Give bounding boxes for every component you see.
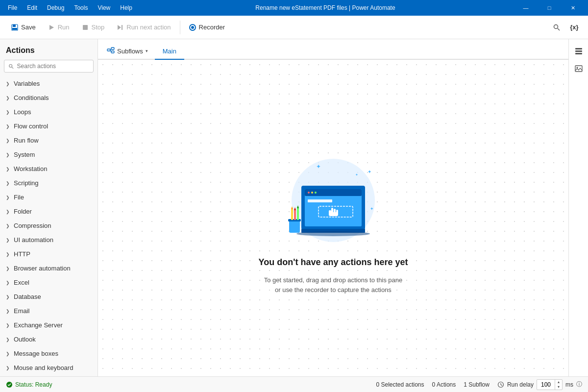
chevron-down-icon: ▾ bbox=[146, 49, 148, 53]
run-button[interactable]: Run bbox=[43, 21, 74, 34]
info-icon[interactable]: ⓘ bbox=[576, 380, 582, 389]
svg-line-53 bbox=[501, 385, 502, 386]
status-ready: Status: Ready bbox=[6, 381, 52, 388]
search-icon bbox=[8, 63, 14, 70]
svg-point-27 bbox=[315, 192, 317, 194]
menu-bar: File Edit Debug Tools View Help bbox=[4, 2, 136, 13]
action-item-mouse-keyboard[interactable]: ❯ Mouse and keyboard bbox=[0, 361, 98, 375]
toolbar-separator bbox=[180, 21, 180, 34]
close-button[interactable]: ✕ bbox=[562, 0, 584, 16]
svg-point-26 bbox=[311, 192, 313, 194]
svg-rect-12 bbox=[111, 48, 114, 49]
content-area: Subflows ▾ Main ✦ ✦ ✦ ✦ ✦ bbox=[98, 39, 568, 376]
run-delay-decrement[interactable]: ▾ bbox=[555, 385, 562, 390]
right-sidebar bbox=[568, 39, 588, 376]
run-delay-input-container: ▴ ▾ bbox=[537, 379, 563, 390]
canvas[interactable]: ✦ ✦ ✦ ✦ ✦ bbox=[98, 60, 568, 376]
action-item-http[interactable]: ❯ HTTP bbox=[0, 247, 98, 261]
actions-count: 0 Actions bbox=[432, 381, 456, 388]
chevron-right-icon: ❯ bbox=[6, 96, 10, 100]
tabs-bar: Subflows ▾ Main bbox=[98, 39, 568, 60]
action-item-run-flow[interactable]: ❯ Run flow bbox=[0, 133, 98, 147]
maximize-button[interactable]: □ bbox=[538, 0, 561, 16]
menu-debug[interactable]: Debug bbox=[43, 2, 68, 13]
svg-rect-6 bbox=[122, 25, 122, 30]
variables-button[interactable]: {x} bbox=[566, 20, 582, 35]
run-next-button[interactable]: Run next action bbox=[111, 21, 175, 34]
subflows-icon bbox=[107, 47, 115, 55]
svg-point-25 bbox=[308, 192, 310, 194]
action-item-workstation[interactable]: ❯ Workstation bbox=[0, 162, 98, 176]
minimize-button[interactable]: — bbox=[514, 0, 537, 16]
save-icon bbox=[11, 24, 19, 31]
action-item-message-boxes[interactable]: ❯ Message boxes bbox=[0, 346, 98, 361]
actions-list: ❯ Variables ❯ Conditionals ❯ Loops ❯ Flo… bbox=[0, 76, 98, 376]
svg-rect-1 bbox=[13, 24, 16, 27]
empty-state: ✦ ✦ ✦ ✦ ✦ bbox=[258, 142, 408, 294]
svg-text:✦: ✦ bbox=[316, 163, 321, 170]
run-icon bbox=[48, 24, 55, 31]
action-item-outlook[interactable]: ❯ Outlook bbox=[0, 332, 98, 346]
tab-main[interactable]: Main bbox=[155, 44, 184, 60]
menu-tools[interactable]: Tools bbox=[70, 2, 92, 13]
svg-rect-39 bbox=[291, 209, 293, 220]
action-item-excel[interactable]: ❯ Excel bbox=[0, 275, 98, 290]
save-button[interactable]: Save bbox=[6, 21, 41, 34]
chevron-right-icon: ❯ bbox=[6, 351, 10, 356]
svg-marker-5 bbox=[118, 25, 121, 30]
action-item-database[interactable]: ❯ Database bbox=[0, 290, 98, 304]
chevron-right-icon: ❯ bbox=[6, 294, 10, 299]
action-item-scripting[interactable]: ❯ Scripting bbox=[0, 176, 98, 190]
svg-line-8 bbox=[558, 28, 560, 30]
svg-rect-4 bbox=[83, 25, 88, 30]
subflows-button[interactable]: Subflows ▾ bbox=[102, 43, 153, 59]
run-delay-increment[interactable]: ▴ bbox=[555, 380, 562, 385]
selected-actions-count: 0 Selected actions bbox=[376, 381, 424, 388]
action-item-conditionals[interactable]: ❯ Conditionals bbox=[0, 91, 98, 105]
run-delay-spinners: ▴ ▾ bbox=[555, 380, 562, 390]
run-delay-value[interactable] bbox=[537, 380, 555, 389]
image-button[interactable] bbox=[571, 61, 587, 76]
layers-icon bbox=[574, 47, 583, 55]
action-item-system[interactable]: ❯ System bbox=[0, 147, 98, 162]
search-toolbar-button[interactable] bbox=[549, 20, 564, 35]
run-delay-section: Run delay ▴ ▾ ms ⓘ bbox=[497, 379, 582, 390]
menu-help[interactable]: Help bbox=[116, 2, 136, 13]
layers-button[interactable] bbox=[571, 43, 587, 59]
action-item-file[interactable]: ❯ File bbox=[0, 190, 98, 204]
recorder-button[interactable]: Recorder bbox=[184, 21, 230, 33]
action-item-folder[interactable]: ❯ Folder bbox=[0, 204, 98, 219]
action-item-flow-control[interactable]: ❯ Flow control bbox=[0, 119, 98, 133]
action-item-compression[interactable]: ❯ Compression bbox=[0, 219, 98, 233]
chevron-right-icon: ❯ bbox=[6, 337, 10, 342]
subflow-count: 1 Subflow bbox=[464, 381, 490, 388]
menu-file[interactable]: File bbox=[4, 2, 21, 13]
svg-point-36 bbox=[296, 231, 370, 236]
chevron-right-icon: ❯ bbox=[6, 181, 10, 186]
main-layout: Actions ❯ Variables ❯ Conditionals ❯ Loo… bbox=[0, 39, 588, 376]
action-item-variables[interactable]: ❯ Variables bbox=[0, 76, 98, 91]
menu-edit[interactable]: Edit bbox=[23, 2, 41, 13]
search-input[interactable] bbox=[17, 63, 89, 70]
window-controls: — □ ✕ bbox=[514, 0, 584, 16]
empty-state-title: You don't have any actions here yet bbox=[258, 257, 408, 268]
action-item-ui-automation[interactable]: ❯ UI automation bbox=[0, 233, 98, 247]
chevron-right-icon: ❯ bbox=[6, 366, 10, 370]
menu-view[interactable]: View bbox=[94, 2, 114, 13]
svg-rect-11 bbox=[107, 49, 110, 51]
svg-rect-46 bbox=[575, 50, 582, 52]
action-item-browser-automation[interactable]: ❯ Browser automation bbox=[0, 261, 98, 275]
chevron-right-icon: ❯ bbox=[6, 252, 10, 257]
chevron-right-icon: ❯ bbox=[6, 280, 10, 285]
svg-text:✦: ✦ bbox=[370, 206, 374, 211]
action-item-email[interactable]: ❯ Email bbox=[0, 304, 98, 318]
stop-button[interactable]: Stop bbox=[76, 21, 110, 34]
recorder-dot-inner bbox=[191, 26, 194, 29]
action-item-exchange-server[interactable]: ❯ Exchange Server bbox=[0, 318, 98, 332]
svg-point-49 bbox=[576, 67, 578, 69]
svg-text:✦: ✦ bbox=[368, 169, 371, 174]
action-item-loops[interactable]: ❯ Loops bbox=[0, 105, 98, 119]
svg-rect-41 bbox=[297, 208, 299, 220]
svg-line-10 bbox=[12, 67, 13, 68]
toolbar: Save Run Stop Run next action Recorder bbox=[0, 16, 588, 39]
